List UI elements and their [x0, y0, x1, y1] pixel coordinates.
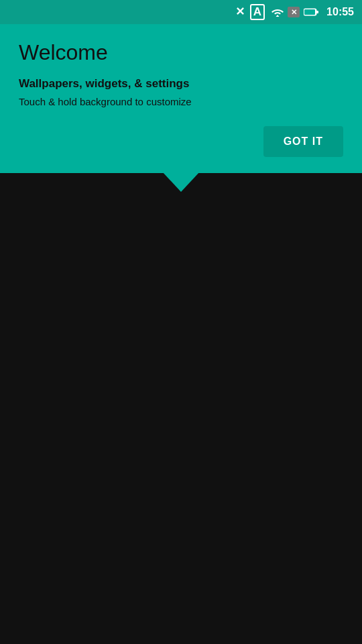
status-icons: ✕ 10:55 — [272, 6, 354, 18]
close-icon: ✕ — [235, 5, 245, 19]
a-text-icon: A — [250, 4, 265, 20]
got-it-button[interactable]: GOT IT — [263, 126, 343, 157]
welcome-panel: Welcome Wallpapers, widgets, & settings … — [0, 0, 362, 173]
svg-rect-4 — [316, 11, 318, 13]
signal-icon: ✕ — [288, 7, 300, 17]
status-bar: ✕ A ✕ 10:55 — [0, 0, 362, 24]
top-left-status-icons: ✕ A — [235, 4, 265, 20]
svg-rect-3 — [304, 9, 315, 15]
welcome-title: Welcome — [19, 40, 343, 65]
panel-arrow — [162, 172, 200, 192]
svg-text:✕: ✕ — [291, 8, 297, 16]
wifi-icon — [272, 7, 284, 17]
battery-icon — [304, 7, 318, 17]
welcome-subtitle: Wallpapers, widgets, & settings — [19, 77, 343, 91]
welcome-body: Touch & hold background to customize — [19, 96, 343, 107]
status-time: 10:55 — [326, 6, 354, 18]
